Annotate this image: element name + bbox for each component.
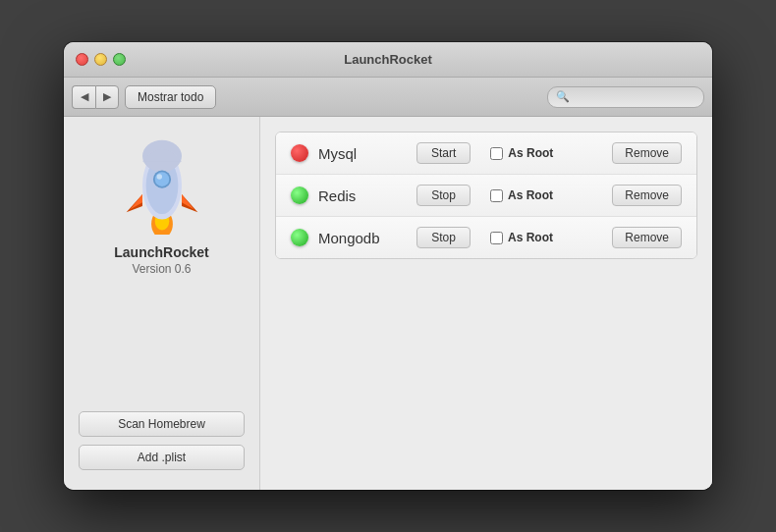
toolbar: ◀ ▶ Mostrar todo 🔍: [64, 78, 712, 117]
add-plist-button[interactable]: Add .plist: [79, 445, 245, 470]
search-box: 🔍: [547, 86, 704, 108]
sidebar: LaunchRocket Version 0.6 Scan Homebrew A…: [64, 117, 260, 490]
svg-point-7: [156, 174, 161, 179]
forward-button[interactable]: ▶: [95, 85, 119, 109]
app-version: Version 0.6: [132, 262, 191, 276]
back-button[interactable]: ◀: [72, 85, 95, 109]
titlebar: LaunchRocket: [64, 42, 712, 78]
as-root-label-mongodb: As Root: [508, 231, 553, 244]
service-name-mongodb: Mongodb: [318, 230, 407, 246]
service-name-redis: Redis: [318, 187, 407, 204]
search-input[interactable]: [574, 90, 695, 104]
search-icon: 🔍: [556, 90, 570, 103]
stop-redis-button[interactable]: Stop: [416, 185, 471, 206]
app-name: LaunchRocket: [114, 244, 208, 260]
as-root-mongodb: As Root: [490, 231, 553, 244]
status-indicator-mysql: [291, 144, 308, 162]
as-root-checkbox-mongodb[interactable]: [490, 232, 503, 244]
remove-mysql-button[interactable]: Remove: [612, 142, 682, 164]
as-root-label-mysql: As Root: [508, 146, 553, 160]
mostrar-todo-button[interactable]: Mostrar todo: [125, 85, 216, 109]
status-indicator-redis: [291, 186, 308, 204]
status-indicator-mongodb: [291, 229, 308, 246]
table-row: Redis Stop As Root Remove: [276, 175, 696, 217]
minimize-button[interactable]: [94, 53, 107, 66]
remove-redis-button[interactable]: Remove: [612, 185, 682, 206]
as-root-redis: As Root: [490, 188, 553, 202]
remove-mongodb-button[interactable]: Remove: [612, 227, 682, 248]
content-area: LaunchRocket Version 0.6 Scan Homebrew A…: [64, 117, 712, 490]
svg-point-6: [154, 172, 169, 186]
as-root-mysql: As Root: [490, 146, 553, 160]
rocket-logo: [113, 136, 211, 235]
main-window: LaunchRocket ◀ ▶ Mostrar todo 🔍: [64, 42, 712, 490]
service-list: Mysql Start As Root Remove Redis Stop: [275, 132, 697, 259]
table-row: Mongodb Stop As Root Remove: [276, 217, 696, 258]
nav-button-group: ◀ ▶: [72, 85, 119, 109]
maximize-button[interactable]: [113, 53, 126, 66]
window-title: LaunchRocket: [344, 52, 432, 67]
table-row: Mysql Start As Root Remove: [276, 133, 696, 175]
start-mysql-button[interactable]: Start: [416, 142, 471, 164]
service-name-mysql: Mysql: [318, 145, 407, 162]
as-root-checkbox-redis[interactable]: [490, 189, 503, 202]
main-content: Mysql Start As Root Remove Redis Stop: [260, 117, 712, 490]
close-button[interactable]: [76, 53, 88, 66]
as-root-checkbox-mysql[interactable]: [490, 147, 503, 160]
stop-mongodb-button[interactable]: Stop: [416, 227, 471, 248]
scan-homebrew-button[interactable]: Scan Homebrew: [79, 411, 245, 437]
as-root-label-redis: As Root: [508, 188, 553, 202]
sidebar-buttons: Scan Homebrew Add .plist: [79, 411, 245, 470]
traffic-lights: [76, 53, 126, 66]
